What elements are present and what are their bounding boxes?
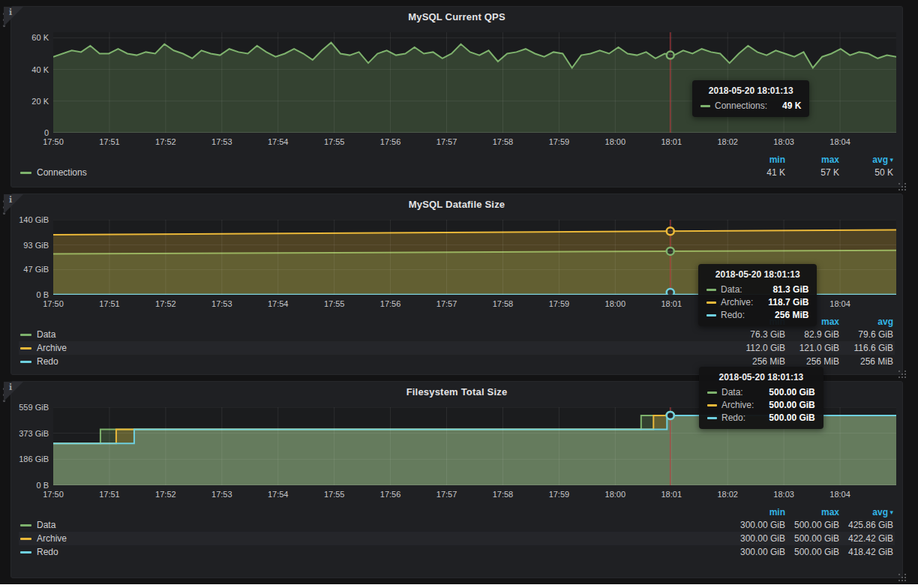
x-axis: 17:5017:5117:5217:5317:5417:5517:5617:57… — [19, 134, 895, 149]
x-tick-label: 17:59 — [549, 299, 570, 308]
stat-header-avg[interactable]: avg ▾ — [839, 507, 893, 518]
x-tick-label: 18:01 — [662, 137, 682, 146]
legend-stats-header: minmaxavg ▾ — [19, 154, 895, 166]
tooltip-timestamp: 2018-05-20 18:01:13 — [700, 86, 801, 96]
x-tick-label: 17:50 — [43, 299, 64, 308]
y-tick-label: 60 K — [32, 33, 49, 42]
tooltip-timestamp: 2018-05-20 18:01:13 — [707, 372, 815, 382]
x-tick-label: 18:02 — [717, 137, 738, 146]
legend: minmaxavg ▾Connections41 K57 K50 K — [19, 154, 895, 179]
tooltip-series-label: Redo: — [722, 412, 746, 423]
tooltip-series-label: Redo: — [721, 310, 745, 320]
stat-value-avg: 79.6 GiB — [839, 329, 893, 340]
x-tick-label: 18:00 — [605, 299, 626, 308]
page-bottom-margin — [0, 584, 918, 588]
x-tick-label: 17:52 — [155, 299, 176, 308]
tooltip-series-value: 500.00 GiB — [758, 387, 814, 398]
series-toggle-redo[interactable]: Redo — [20, 547, 731, 557]
sort-caret-icon: ▾ — [888, 508, 893, 516]
info-icon[interactable]: i — [9, 195, 12, 205]
stat-header-avg[interactable]: avg ▾ — [839, 154, 893, 165]
grafana-dashboard: i MySQL Current QPS 60 K40 K20 K0 17:501… — [0, 0, 918, 584]
series-name: Redo — [37, 356, 58, 367]
legend-row-data: Data300.00 GiB500.00 GiB425.86 GiB — [19, 518, 895, 532]
series-toggle-connections[interactable]: Connections — [20, 167, 731, 178]
stat-value-avg: 422.42 GiB — [839, 533, 893, 544]
stat-value-max: 500.00 GiB — [785, 520, 839, 530]
tooltip-row: Archive:500.00 GiB — [707, 400, 815, 410]
panel-title[interactable]: Filesystem Total Size — [406, 386, 508, 398]
panel-title[interactable]: MySQL Datafile Size — [409, 199, 506, 210]
stat-header-avg[interactable]: avg — [839, 316, 893, 327]
stat-value-min: 41 K — [731, 167, 785, 178]
tooltip-row: Archive:118.7 GiB — [706, 297, 808, 308]
stat-value-min: 300.00 GiB — [731, 520, 785, 530]
legend-stats-header: minmaxavg ▾ — [19, 506, 895, 518]
series-name: Archive — [37, 533, 67, 544]
stat-value-avg: 256 MiB — [839, 356, 893, 367]
legend-row-connections: Connections41 K57 K50 K — [19, 166, 895, 179]
stat-value-avg: 425.86 GiB — [839, 520, 893, 530]
tooltip-series-value: 49 K — [772, 100, 801, 111]
x-tick-label: 17:56 — [380, 490, 401, 499]
info-icon[interactable]: i — [9, 8, 12, 17]
series-name: Redo — [37, 547, 58, 557]
stat-header-min[interactable]: min — [731, 507, 785, 518]
series-color-dash-icon — [20, 551, 32, 554]
x-tick-label: 17:58 — [493, 490, 514, 499]
x-tick-label: 18:02 — [717, 490, 738, 499]
series-color-dash-icon — [20, 538, 32, 540]
series-color-dash-icon — [706, 302, 716, 304]
x-tick-label: 17:54 — [268, 299, 289, 308]
stat-value-max: 82.9 GiB — [785, 329, 839, 340]
series-toggle-archive[interactable]: Archive — [20, 343, 731, 353]
legend: minmaxavg ▾Data300.00 GiB500.00 GiB425.8… — [19, 506, 895, 559]
legend-row-archive: Archive112.0 GiB121.0 GiB116.6 GiB — [19, 341, 895, 355]
x-tick-label: 17:57 — [436, 299, 458, 308]
tooltip-series-label: Connections: — [715, 100, 767, 111]
stat-value-min: 300.00 GiB — [731, 533, 785, 544]
tooltip-series-value: 500.00 GiB — [758, 400, 814, 410]
x-tick-label: 17:51 — [99, 137, 120, 146]
series-toggle-redo[interactable]: Redo — [20, 356, 731, 367]
tooltip-series-label: Data: — [721, 284, 742, 295]
stat-value-avg: 116.6 GiB — [839, 343, 893, 353]
stat-value-min: 76.3 GiB — [731, 329, 785, 340]
y-tick-label: 20 K — [32, 97, 49, 106]
series-toggle-archive[interactable]: Archive — [20, 533, 731, 544]
panel-title[interactable]: MySQL Current QPS — [408, 11, 506, 22]
x-tick-label: 17:51 — [99, 299, 120, 308]
y-tick-label: 93 GiB — [23, 241, 49, 250]
stat-value-avg: 50 K — [839, 167, 893, 178]
series-color-dash-icon — [707, 392, 717, 394]
panel-resize-handle[interactable] — [898, 574, 900, 575]
y-axis: 140 GiB93 GiB47 GiB0 B — [19, 220, 53, 295]
legend-row-redo: Redo300.00 GiB500.00 GiB418.42 GiB — [19, 545, 895, 559]
series-color-dash-icon — [20, 361, 32, 363]
info-icon[interactable]: i — [9, 382, 12, 392]
x-tick-label: 17:56 — [380, 299, 401, 308]
tooltip-series-value: 81.3 GiB — [762, 284, 808, 295]
x-tick-label: 17:59 — [549, 490, 570, 499]
series-toggle-data[interactable]: Data — [20, 329, 731, 340]
y-axis: 60 K40 K20 K0 — [19, 32, 53, 133]
stat-header-max[interactable]: max — [785, 154, 839, 165]
x-tick-label: 18:00 — [605, 490, 626, 499]
stat-value-max: 121.0 GiB — [785, 343, 839, 353]
stat-value-min: 300.00 GiB — [731, 547, 785, 557]
x-tick-label: 18:04 — [830, 299, 850, 308]
y-tick-label: 559 GiB — [19, 403, 49, 412]
panel-resize-handle[interactable] — [898, 183, 900, 184]
stat-header-max[interactable]: max — [785, 507, 839, 518]
series-toggle-data[interactable]: Data — [20, 520, 731, 530]
x-tick-label: 17:57 — [436, 137, 458, 146]
panel-header: MySQL Current QPS — [19, 7, 895, 26]
x-tick-label: 17:58 — [493, 137, 514, 146]
tooltip-series-value: 500.00 GiB — [758, 412, 814, 423]
stat-header-min[interactable]: min — [731, 154, 785, 165]
x-tick-label: 17:55 — [324, 490, 345, 499]
tooltip-series-label: Data: — [722, 387, 743, 398]
x-tick-label: 18:04 — [830, 137, 850, 146]
panel-resize-handle[interactable] — [898, 370, 900, 372]
stat-value-avg: 418.42 GiB — [839, 547, 893, 557]
